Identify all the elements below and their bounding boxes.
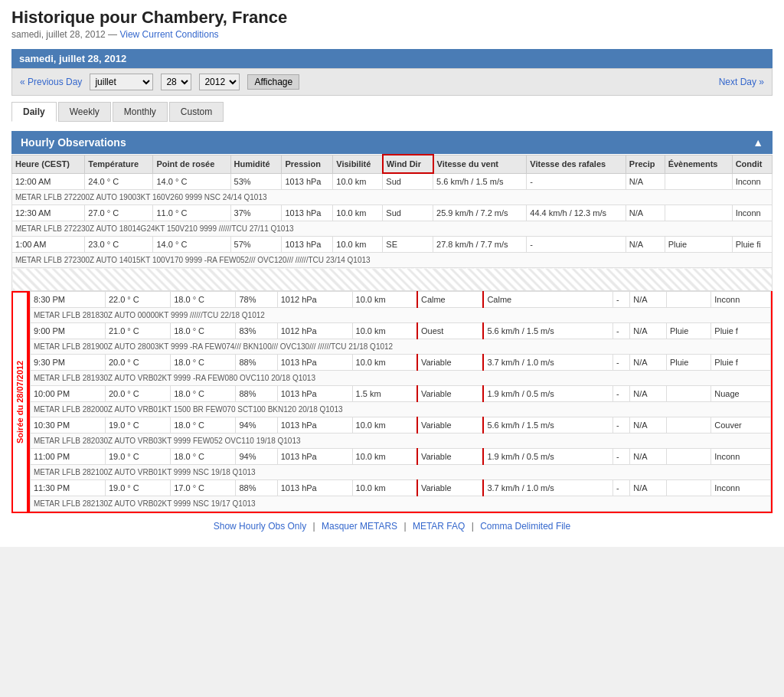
metar-row: METAR LFLB 272300Z AUTO 14015KT 100V170 … <box>12 253 773 268</box>
tab-bar: Daily Weekly Monthly Custom <box>11 102 773 122</box>
tab-monthly[interactable]: Monthly <box>113 102 168 122</box>
tab-daily[interactable]: Daily <box>11 102 57 122</box>
section-header: Hourly Observations ▲ <box>11 131 773 154</box>
page-subtitle: samedi, juillet 28, 2012 — View Current … <box>11 29 773 40</box>
nav-bar: « Previous Day janvierfévriermarsavrilma… <box>11 68 773 96</box>
table-row: 9:30 PM20.0 ° C18.0 ° C88%1013 hPa10.0 k… <box>31 355 771 371</box>
metar-row: METAR LFLB 282100Z AUTO VRB01KT 9999 NSC… <box>31 465 771 480</box>
observations-table: Heure (CEST) Température Point de rosée … <box>11 154 773 291</box>
metar-row: METAR LFLB 282130Z AUTO VRB02KT 9999 NSC… <box>31 496 771 512</box>
table-row: 10:00 PM20.0 ° C18.0 ° C88%1013 hPa1.5 k… <box>31 386 771 402</box>
evening-table: 8:30 PM22.0 ° C18.0 ° C78%1012 hPa10.0 k… <box>30 291 771 512</box>
table-row: 8:30 PM22.0 ° C18.0 ° C78%1012 hPa10.0 k… <box>31 292 771 308</box>
collapse-icon[interactable]: ▲ <box>753 136 763 149</box>
day-select[interactable]: 1234567891011121314151617181920212223242… <box>161 74 191 90</box>
col-gust: Vitesse des rafales <box>527 155 626 173</box>
col-dew: Point de rosée <box>153 155 230 173</box>
col-temp: Température <box>85 155 153 173</box>
metar-row: METAR LFLB 282030Z AUTO VRB03KT 9999 FEW… <box>31 434 771 449</box>
prev-day-link[interactable]: « Previous Day <box>20 77 82 87</box>
tab-weekly[interactable]: Weekly <box>58 102 111 122</box>
show-hourly-link[interactable]: Show Hourly Obs Only <box>214 521 306 532</box>
col-hum: Humidité <box>230 155 282 173</box>
affichage-button[interactable]: Affichage <box>247 74 299 90</box>
comma-delimited-link[interactable]: Comma Delimited File <box>480 521 570 532</box>
current-conditions-link[interactable]: View Current Conditions <box>119 29 218 40</box>
hatched-row <box>12 268 773 291</box>
table-row: 10:30 PM19.0 ° C18.0 ° C94%1013 hPa10.0 … <box>31 417 771 434</box>
year-select[interactable]: 20102011201220132014 <box>199 74 240 90</box>
table-row: 12:30 AM27.0 ° C11.0 ° C37%1013 hPa10.0 … <box>12 205 773 221</box>
table-row: 11:00 PM19.0 ° C18.0 ° C94%1013 hPa10.0 … <box>31 449 771 465</box>
metar-row: METAR LFLB 282000Z AUTO VRB01KT 1500 BR … <box>31 402 771 417</box>
col-pres: Pression <box>282 155 333 173</box>
page-title: Historique pour Chambery, France <box>11 8 773 28</box>
col-time: Heure (CEST) <box>12 155 85 173</box>
next-day-link[interactable]: Next Day » <box>719 77 764 87</box>
evening-sidebar-label: Soirée du 28/07/2012 <box>11 291 28 513</box>
table-row: 11:30 PM19.0 ° C17.0 ° C88%1013 hPa10.0 … <box>31 480 771 496</box>
footer-links: Show Hourly Obs Only | Masquer METARS | … <box>11 513 773 539</box>
metar-row: METAR LFLB 272230Z AUTO 18014G24KT 150V2… <box>12 221 773 237</box>
col-wind-speed: Vitesse du vent <box>433 155 527 173</box>
masquer-metars-link[interactable]: Masquer METARS <box>322 521 397 532</box>
metar-row: METAR LFLB 272200Z AUTO 19003KT 160V260 … <box>12 190 773 205</box>
col-vis: Visibilité <box>333 155 383 173</box>
metar-row: METAR LFLB 281830Z AUTO 00000KT 9999 ///… <box>31 308 771 323</box>
tab-custom[interactable]: Custom <box>169 102 224 122</box>
metar-row: METAR LFLB 281900Z AUTO 28003KT 9999 -RA… <box>31 339 771 355</box>
col-wind-dir: Wind Dir <box>383 155 433 173</box>
col-cond: Condit <box>732 155 772 173</box>
metar-row: METAR LFLB 281930Z AUTO VRB02KT 9999 -RA… <box>31 371 771 386</box>
table-row: 12:00 AM24.0 ° C14.0 ° C53%1013 hPa10.0 … <box>12 173 773 190</box>
month-select[interactable]: janvierfévriermarsavrilmaijuinjuilletaoû… <box>90 74 153 90</box>
table-row: 1:00 AM23.0 ° C14.0 ° C57%1013 hPa10.0 k… <box>12 237 773 253</box>
metar-faq-link[interactable]: METAR FAQ <box>413 521 465 532</box>
evening-section: Soirée du 28/07/2012 8:30 PM22.0 ° C18.0… <box>11 291 773 513</box>
date-header: samedi, juillet 28, 2012 <box>11 49 773 68</box>
section-title: Hourly Observations <box>21 136 126 149</box>
col-precip: Precip <box>626 155 665 173</box>
col-events: Évènements <box>665 155 732 173</box>
table-row: 9:00 PM21.0 ° C18.0 ° C83%1012 hPa10.0 k… <box>31 323 771 339</box>
